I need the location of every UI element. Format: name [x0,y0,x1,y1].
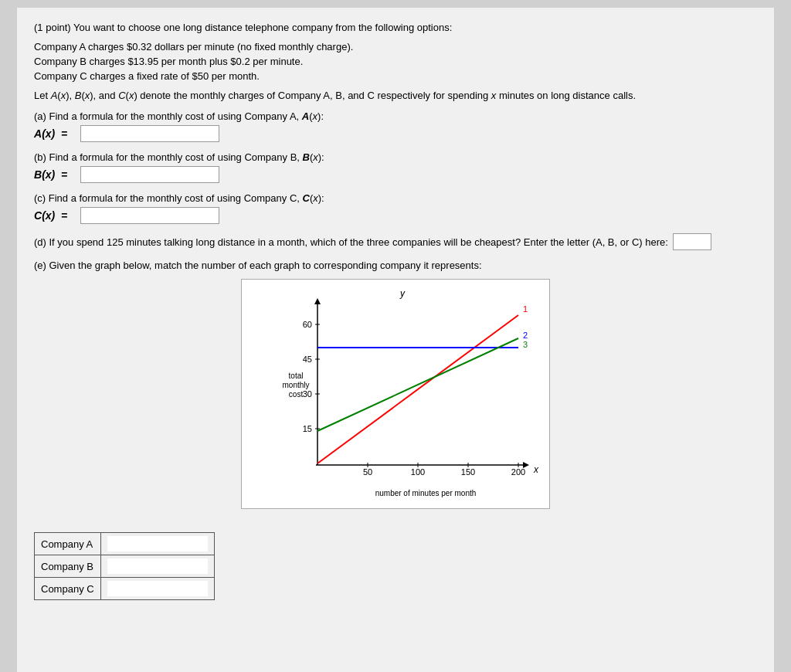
page: (1 point) You want to choose one long di… [17,8,774,672]
part-d-label: (d) If you spend 125 minutes talking lon… [34,236,668,248]
company-c-info: Company C charges a fixed rate of $50 pe… [34,70,757,82]
part-b-row: B(x) = [34,166,757,183]
company-b-info: Company B charges $13.95 per month plus … [34,56,757,67]
y-label-30: 30 [303,389,312,399]
question-header: (1 point) You want to choose one long di… [34,22,757,33]
y-label-60: 60 [303,320,312,329]
bottom-section: Company A Company B Company C [34,532,757,600]
y-label-15: 15 [303,424,312,433]
y-label-cost: cost [289,390,304,399]
table-row-company-c: Company C [35,578,215,600]
part-b-label: (b) Find a formula for the monthly cost … [34,151,757,163]
question-text: You want to choose one long distance tel… [73,22,452,33]
part-a-label: (a) Find a formula for the monthly cost … [34,110,757,122]
company-a-answer-cell [100,533,214,555]
company-b-answer-input[interactable] [107,558,208,574]
part-d-input[interactable] [673,233,711,250]
line-label-1: 1 [523,304,528,314]
table-row-company-b: Company B [35,555,215,578]
y-axis-arrow [314,298,321,304]
company-a-answer-input[interactable] [107,536,208,552]
graph-container: y x total monthly cost number of minutes… [34,279,757,509]
part-c-label: (c) Find a formula for the monthly cost … [34,192,757,204]
formula-c-input[interactable] [80,207,219,224]
company-answer-table: Company A Company B Company C [34,532,215,600]
formula-b-label: B(x) = [34,168,80,181]
part-a-row: A(x) = [34,125,757,142]
x-label-200: 200 [511,467,525,477]
company-b-answer-cell [100,555,214,578]
y-label-monthly: monthly [282,381,309,389]
x-axis-label: number of minutes per month [375,489,477,497]
formula-c-label: C(x) = [34,209,80,222]
formula-a-label: A(x) = [34,127,80,140]
x-label-100: 100 [411,467,425,477]
graph-line-company-b [317,338,518,431]
company-c-answer-cell [100,578,214,600]
x-axis-title: x [533,464,539,475]
formula-b-input[interactable] [80,166,219,183]
let-statement: Let A(x), B(x), and C(x) denote the mont… [34,90,757,101]
x-label-150: 150 [461,467,475,477]
company-a-label: Company A [35,533,101,555]
part-c-row: C(x) = [34,207,757,224]
part-d: (d) If you spend 125 minutes talking lon… [34,233,757,250]
graph-svg: y x total monthly cost number of minutes… [248,286,541,502]
company-a-info: Company A charges $0.32 dollars per minu… [34,41,757,53]
table-row-company-a: Company A [35,533,215,555]
company-b-label: Company B [35,555,101,578]
graph-line-company-a [317,315,518,463]
part-e-label: (e) Given the graph below, match the num… [34,260,757,271]
formula-a-input[interactable] [80,125,219,142]
y-label-total: total [289,372,304,380]
y-label-45: 45 [303,355,312,364]
x-label-50: 50 [363,467,372,477]
company-c-answer-input[interactable] [107,581,208,596]
line-label-2: 2 [523,331,528,340]
graph-wrapper: y x total monthly cost number of minutes… [241,279,550,509]
y-axis-title: y [399,288,406,299]
line-label-3: 3 [523,340,528,349]
points-label: (1 point) [34,22,71,33]
company-c-label: Company C [35,578,101,600]
